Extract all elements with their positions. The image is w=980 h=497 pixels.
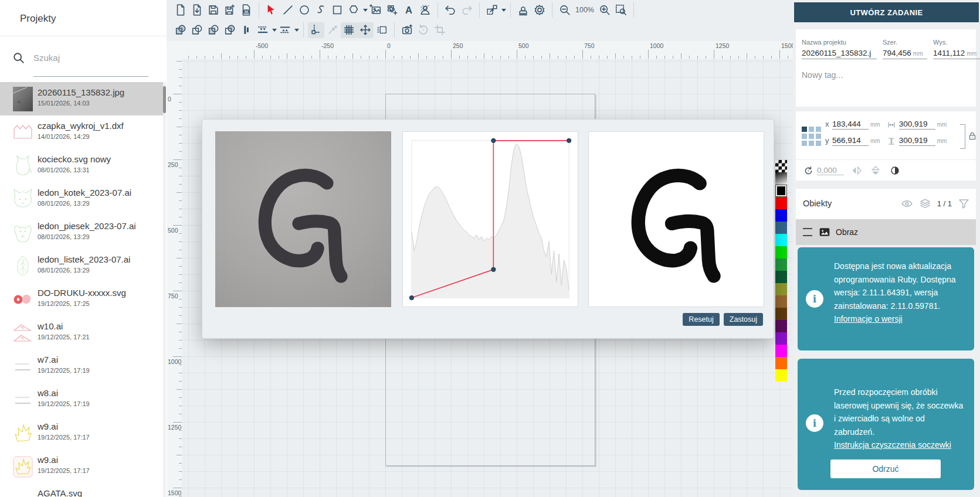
project-search[interactable]: Szukaj	[0, 49, 167, 79]
reset-button[interactable]: Resetuj	[683, 313, 719, 326]
object-height-field[interactable]: 300,919	[899, 136, 935, 146]
pan-icon[interactable]	[357, 22, 374, 38]
color-swatch[interactable]	[775, 197, 787, 209]
redo-icon[interactable]	[459, 2, 475, 18]
snap-icon[interactable]	[308, 22, 324, 38]
color-swatch[interactable]	[775, 185, 787, 197]
version-info-link[interactable]: Informacje o wersji	[834, 312, 903, 326]
zoom-area-icon[interactable]	[613, 2, 629, 18]
color-swatch[interactable]	[775, 345, 787, 357]
zoom-out-icon[interactable]	[557, 2, 573, 18]
grid-icon[interactable]	[341, 22, 357, 38]
align-bottom-icon[interactable]	[255, 22, 271, 38]
project-item[interactable]: DO-DRUKU-xxxxx.svg19/12/2025, 17:25	[0, 282, 163, 316]
ellipse-tool-icon[interactable]	[296, 2, 313, 18]
project-item[interactable]: ledon_kotek_2023-07.ai08/01/2026, 13:29	[0, 182, 163, 216]
project-item[interactable]: G20260115_135832.jpg15/01/2026, 14:03	[0, 82, 163, 115]
curve-node[interactable]	[491, 138, 496, 143]
color-swatch[interactable]	[775, 332, 787, 345]
chevron-down-icon[interactable]	[294, 29, 299, 32]
invert-icon[interactable]	[890, 165, 900, 176]
rotation-field[interactable]: 0,000	[817, 166, 844, 175]
scrollbar-thumb[interactable]	[163, 86, 166, 113]
engrave-tool-icon[interactable]	[417, 2, 433, 18]
color-swatch[interactable]	[775, 295, 787, 308]
intersect-icon[interactable]	[205, 22, 222, 38]
transform-tool-icon[interactable]	[484, 2, 500, 18]
rectangle-tool-icon[interactable]	[329, 2, 345, 18]
project-item[interactable]: ledon_piesek_2023-07.ai08/01/2026, 13:29	[0, 216, 163, 249]
new-tag-field[interactable]: Nowy tag...	[802, 70, 843, 80]
reset-rotation-icon[interactable]	[415, 22, 432, 38]
save-icon[interactable]	[205, 2, 222, 18]
color-swatch[interactable]	[775, 160, 787, 172]
subtract-icon[interactable]	[189, 22, 205, 38]
stamp-tool-icon[interactable]	[515, 2, 531, 18]
curve-node[interactable]	[567, 138, 571, 143]
object-width-field[interactable]: 300,919	[899, 120, 935, 130]
rotation-icon[interactable]	[803, 165, 814, 176]
color-swatch[interactable]	[775, 271, 787, 283]
histogram-chart[interactable]	[403, 132, 578, 307]
flip-horizontal-icon[interactable]	[851, 165, 863, 176]
crop-icon[interactable]	[432, 22, 448, 38]
project-item[interactable]: w10.ai19/12/2025, 17:21	[0, 316, 163, 349]
camera-icon[interactable]	[399, 22, 415, 38]
save-as-icon[interactable]	[222, 2, 238, 18]
curve-tool-icon[interactable]	[313, 2, 329, 18]
color-swatch[interactable]	[775, 283, 787, 295]
import-file-icon[interactable]	[189, 2, 205, 18]
settings-icon[interactable]	[531, 2, 548, 18]
zoom-in-icon[interactable]	[596, 2, 613, 18]
filter-icon[interactable]	[958, 198, 970, 210]
lens-instruction-link[interactable]: Instrukcja czyszczenia soczewki	[834, 438, 951, 452]
color-swatch[interactable]	[775, 172, 787, 185]
histogram-curve-editor[interactable]	[402, 131, 578, 307]
y-field[interactable]: 566,914	[832, 136, 869, 146]
union-icon[interactable]	[172, 22, 189, 38]
curve-node[interactable]	[409, 295, 414, 300]
project-item[interactable]: w9.ai19/12/2025, 17:17	[0, 450, 163, 483]
line-tool-icon[interactable]	[280, 2, 296, 18]
drag-handle-icon[interactable]	[803, 228, 812, 236]
project-item[interactable]: czapka_wykroj_v1.dxf14/01/2026, 14:29	[0, 115, 163, 149]
chevron-down-icon[interactable]	[272, 29, 277, 32]
visibility-eye-icon[interactable]	[901, 198, 913, 210]
marquee-icon[interactable]	[374, 22, 390, 38]
dismiss-button[interactable]: Odrzuć	[830, 459, 941, 478]
chevron-down-icon[interactable]	[501, 9, 506, 12]
undo-icon[interactable]	[442, 2, 459, 18]
svg-file-icon[interactable]: SVG	[238, 2, 255, 18]
color-swatch[interactable]	[775, 258, 787, 271]
color-swatch[interactable]	[775, 234, 787, 246]
layer-row-obraz[interactable]: Obraz	[796, 219, 976, 245]
project-item[interactable]: w7.ai19/12/2025, 17:19	[0, 349, 163, 383]
project-item[interactable]: AGATA.svg	[0, 483, 163, 497]
scale-icon[interactable]	[324, 22, 341, 38]
trace-tool-icon[interactable]	[384, 2, 401, 18]
color-swatch[interactable]	[775, 246, 787, 258]
align-center-icon[interactable]	[238, 22, 255, 38]
image-tool-icon[interactable]	[368, 2, 384, 18]
color-swatch[interactable]	[775, 369, 787, 382]
align-top-icon[interactable]	[277, 22, 293, 38]
project-height-field[interactable]: 1411,112mm	[933, 49, 980, 59]
curve-node[interactable]	[491, 267, 496, 272]
color-swatch[interactable]	[775, 209, 787, 222]
apply-button[interactable]: Zastosuj	[724, 313, 763, 326]
project-name-field[interactable]: 20260115_135832.j	[802, 49, 877, 59]
project-item[interactable]: kociecko.svg nowy08/01/2026, 13:31	[0, 149, 163, 182]
project-item[interactable]: w9.ai19/12/2025, 17:17	[0, 416, 163, 450]
text-tool-icon[interactable]: A	[401, 2, 417, 18]
create-job-button[interactable]: UTWÓRZ ZADANIE	[794, 2, 979, 22]
x-field[interactable]: 183,444	[832, 120, 869, 130]
new-file-icon[interactable]	[172, 2, 189, 18]
lock-aspect-icon[interactable]	[967, 131, 978, 141]
sidebar-scrollbar[interactable]	[163, 82, 166, 497]
project-width-field[interactable]: 794,456mm	[883, 49, 927, 59]
color-swatch[interactable]	[775, 320, 787, 332]
project-item[interactable]: ledon_listek_2023-07.ai08/01/2026, 13:29	[0, 249, 163, 282]
color-swatch[interactable]	[775, 308, 787, 320]
exclude-icon[interactable]	[222, 22, 238, 38]
layers-icon[interactable]	[919, 198, 931, 210]
